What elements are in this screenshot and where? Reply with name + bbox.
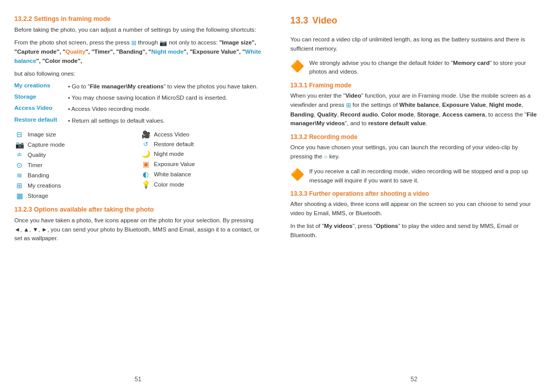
icon-row-night-mode: 🌙 Night mode: [141, 149, 262, 159]
icon-row-image-size: ⊟ Image size: [14, 129, 135, 140]
exposure-value-icon: ▣: [141, 160, 151, 168]
image-size-icon: ⊟: [14, 130, 25, 139]
icon-row-storage: ▦ Storage: [14, 191, 135, 201]
quality-icon: ≐: [14, 151, 25, 159]
icon-col-right: 🎥 Access Video ↺ Restore default 🌙 Night…: [141, 129, 262, 201]
icon-col-left: ⊟ Image size 📷 Capture mode ≐ Quality ⊙ …: [14, 129, 135, 201]
record-key-icon: ○: [324, 152, 328, 162]
para-framing-3: but also following ones:: [14, 70, 262, 79]
icon-row-exposure-value: ▣ Exposure Value: [141, 159, 262, 169]
info-box-call-recording: 🔶 If you receive a call in recording mod…: [290, 167, 538, 186]
grid-icon: ⊞: [131, 38, 136, 48]
my-creations-icon: ⊞: [14, 181, 25, 190]
page-number-left: 51: [134, 376, 141, 383]
label-item-restore-default: Restore default • Return all settings to…: [14, 117, 262, 125]
storage-icon: ▦: [14, 192, 25, 200]
para-framing-2: From the photo shot screen, press the pr…: [14, 38, 262, 66]
page-left: 13.2.2 Settings in framing mode Before t…: [0, 0, 276, 392]
heading-13-3-2: 13.3.2 Recording mode: [290, 133, 538, 141]
icon-row-color-mode: 💡 Color mode: [141, 179, 262, 190]
heading-13-2-2: 13.2.2 Settings in framing mode: [14, 15, 262, 22]
label-item-storage: Storage • You may choose saving location…: [14, 94, 262, 102]
icon-row-white-balance: ◐ White balance: [141, 169, 262, 179]
para-framing-1: Before taking the photo, you can adjust …: [14, 26, 262, 35]
para-further-ops-1: After shooting a video, three icons will…: [290, 200, 538, 218]
capture-mode-icon: 📷: [14, 141, 25, 149]
heading-13-2-3: 13.2.3 Options available after taking th…: [14, 206, 262, 213]
night-mode-icon: 🌙: [141, 150, 151, 158]
page-right: 13.3 Video You can record a video clip o…: [276, 0, 552, 392]
heading-13-3-1: 13.3.1 Framing mode: [290, 82, 538, 89]
banding-icon: ≋: [14, 171, 25, 179]
heading-13-3-title: Video: [312, 15, 337, 26]
access-video-icon: 🎥: [141, 130, 151, 139]
timer-icon: ⊙: [14, 161, 25, 169]
grid-icon-2: ⊞: [346, 101, 351, 110]
heading-13-3-3: 13.3.3 Further operations after shooting…: [290, 190, 538, 197]
para-video-intro: You can record a video clip of unlimited…: [290, 35, 538, 54]
restore-default-icon: ↺: [141, 141, 151, 148]
label-item-access-video: Access Video • Access Video recording mo…: [14, 105, 262, 113]
icon-row-capture-mode: 📷 Capture mode: [14, 140, 135, 150]
icon-row-timer: ⊙ Timer: [14, 160, 135, 170]
para-options-photo: Once you have taken a photo, five icons …: [14, 216, 262, 243]
heading-13-3-num: 13.3: [290, 15, 308, 26]
page-number-right: 52: [410, 376, 417, 383]
warning-icon-2: 🔶: [290, 168, 304, 181]
icon-row-restore-default: ↺ Restore default: [141, 140, 262, 149]
icon-list: ⊟ Image size 📷 Capture mode ≐ Quality ⊙ …: [14, 129, 262, 201]
label-item-my-creations: My creations • Go to "File manager\My cr…: [14, 82, 262, 91]
icon-row-my-creations: ⊞ My creations: [14, 180, 135, 191]
para-recording-mode: Once you have chosen your settings, you …: [290, 143, 538, 162]
icon-row-banding: ≋ Banding: [14, 170, 135, 180]
para-further-ops-2: In the list of "My videos", press "Optio…: [290, 222, 538, 240]
white-balance-icon: ◐: [141, 170, 151, 178]
camera-small-icon: 📷: [159, 38, 167, 48]
icon-row-quality: ≐ Quality: [14, 150, 135, 160]
color-mode-icon: 💡: [141, 180, 151, 189]
icon-row-access-video: 🎥 Access Video: [141, 129, 262, 140]
info-box-memory-card: 🔶 We strongly advise you to change the d…: [290, 59, 538, 77]
warning-icon-1: 🔶: [290, 60, 304, 73]
para-framing-mode: When you enter the "Video" function, you…: [290, 91, 538, 128]
